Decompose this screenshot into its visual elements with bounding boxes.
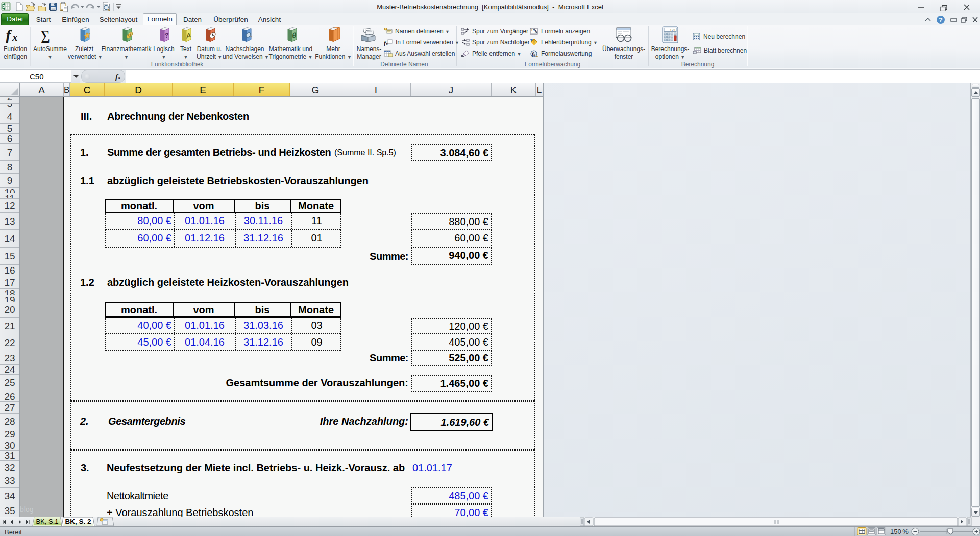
svg-text:f: f (6, 28, 12, 43)
svg-text:x: x (12, 31, 18, 43)
svg-text:$: $ (130, 32, 132, 37)
svg-text:150 %: 150 % (890, 528, 909, 535)
svg-text:?: ? (939, 16, 943, 24)
svg-text:!: ! (533, 39, 535, 45)
svg-text:θ: θ (292, 30, 296, 40)
svg-text:123: 123 (670, 28, 675, 32)
svg-text:15: 15 (531, 28, 535, 32)
svg-text:x: x (535, 30, 537, 33)
